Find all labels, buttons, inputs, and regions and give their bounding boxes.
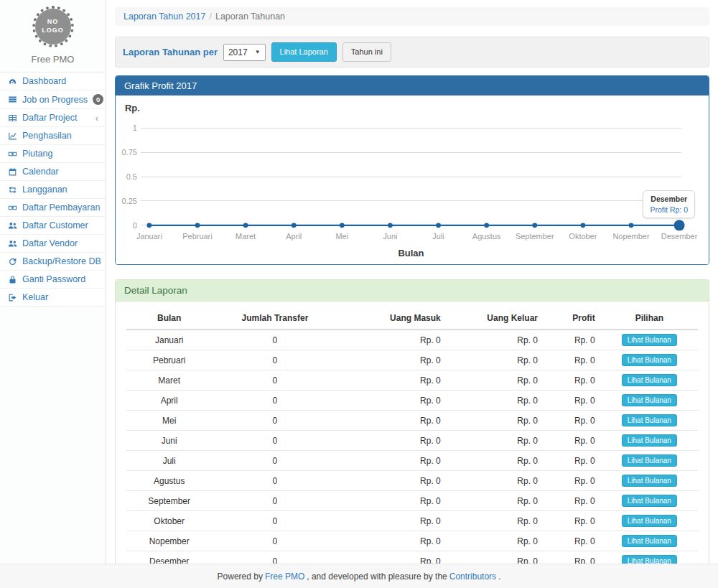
month-cell: Oktober <box>126 511 212 531</box>
refresh-icon <box>7 257 17 266</box>
sidebar-item-label: Piutang <box>22 149 52 159</box>
lihat-bulanan-button[interactable]: Lihat Bulanan <box>622 434 677 447</box>
sidebar-menu: DashboardJob on Progress0Daftar Project‹… <box>0 72 106 307</box>
data-point-nopember[interactable] <box>629 223 634 228</box>
sidebar-item-ganti-password[interactable]: Ganti Password <box>0 271 106 289</box>
brand-name: Free PMO <box>0 54 106 65</box>
data-point-agustus[interactable] <box>484 223 489 228</box>
sidebar-item-label: Calendar <box>22 167 59 177</box>
y-tick-label: 0.75 <box>122 148 137 157</box>
tasks-icon <box>7 95 17 104</box>
detail-table-wrap: BulanJumlah TransferUang MasukUang Kelua… <box>116 302 709 588</box>
sidebar-item-penghasilan[interactable]: Penghasilan <box>0 127 106 145</box>
lihat-bulanan-button[interactable]: Lihat Bulanan <box>622 334 677 346</box>
month-cell: Pebruari <box>126 350 212 370</box>
sidebar-item-daftar-vendor[interactable]: Daftar Vendor <box>0 235 106 253</box>
lihat-bulanan-button[interactable]: Lihat Bulanan <box>622 515 677 527</box>
uang-keluar-cell: Rp. 0 <box>447 391 544 411</box>
sidebar-item-daftar-project[interactable]: Daftar Project‹ <box>0 109 106 127</box>
y-tick-label: 0.5 <box>126 172 137 181</box>
sidebar-item-job-on-progress[interactable]: Job on Progress0 <box>0 90 106 109</box>
transfer-cell: 0 <box>212 451 337 471</box>
uang-masuk-cell: Rp. 0 <box>338 471 447 491</box>
x-tick-label: Desember <box>661 232 698 241</box>
sidebar-item-label: Daftar Project <box>22 113 77 123</box>
uang-keluar-cell: Rp. 0 <box>447 431 544 451</box>
year-select[interactable]: 2017 ▼ <box>223 44 266 61</box>
column-header-uang-keluar: Uang Keluar <box>447 307 544 330</box>
lihat-bulanan-button[interactable]: Lihat Bulanan <box>622 454 677 467</box>
users-icon <box>7 239 17 248</box>
transfer-cell: 0 <box>212 511 337 531</box>
profit-cell: Rp. 0 <box>544 330 601 350</box>
line-chart-icon <box>7 131 17 141</box>
pilihan-cell: Lihat Bulanan <box>601 411 698 431</box>
chart-panel-title: Grafik Profit 2017 <box>116 76 709 95</box>
breadcrumb-link-laporan-tahun[interactable]: Laporan Tahun 2017 <box>123 11 205 22</box>
uang-masuk-cell: Rp. 0 <box>338 330 447 350</box>
data-point-desember[interactable] <box>674 220 685 231</box>
column-header-pilihan: Pilihan <box>601 307 698 330</box>
profit-cell: Rp. 0 <box>544 491 601 511</box>
money-icon <box>7 149 17 159</box>
lihat-bulanan-button[interactable]: Lihat Bulanan <box>622 414 677 426</box>
lihat-bulanan-button[interactable]: Lihat Bulanan <box>622 495 677 507</box>
lihat-laporan-button[interactable]: Lihat Laporan <box>271 42 337 62</box>
x-tick-label: Juni <box>383 232 397 241</box>
sidebar-item-label: Dashboard <box>22 76 66 86</box>
uang-keluar-cell: Rp. 0 <box>447 370 544 391</box>
data-point-mei[interactable] <box>340 223 345 228</box>
lihat-bulanan-button[interactable]: Lihat Bulanan <box>622 535 677 547</box>
count-badge: 0 <box>93 94 103 105</box>
x-tick-label: April <box>286 232 302 241</box>
pilihan-cell: Lihat Bulanan <box>601 531 698 551</box>
sidebar-item-label: Job on Progress <box>22 95 88 105</box>
transfer-cell: 0 <box>212 350 337 370</box>
data-point-april[interactable] <box>292 223 297 228</box>
transfer-cell: 0 <box>212 411 337 431</box>
y-tick-label: 0 <box>133 221 137 230</box>
column-header-uang-masuk: Uang Masuk <box>338 307 447 330</box>
detail-panel-title: Detail Laporan <box>116 280 709 302</box>
tahun-ini-button[interactable]: Tahun ini <box>342 42 391 62</box>
lihat-bulanan-button[interactable]: Lihat Bulanan <box>622 354 677 366</box>
sidebar-item-label: Penghasilan <box>22 131 72 141</box>
sign-out-icon <box>7 293 17 302</box>
sidebar-item-keluar[interactable]: Keluar <box>0 289 106 307</box>
lihat-bulanan-button[interactable]: Lihat Bulanan <box>622 475 677 487</box>
data-point-juni[interactable] <box>388 223 393 228</box>
profit-cell: Rp. 0 <box>544 531 601 551</box>
uang-keluar-cell: Rp. 0 <box>447 491 544 511</box>
sidebar-item-piutang[interactable]: Piutang <box>0 145 106 163</box>
sidebar-item-calendar[interactable]: Calendar <box>0 163 106 181</box>
x-tick-label: Oktober <box>569 232 597 241</box>
free-pmo-link[interactable]: Free PMO <box>265 571 304 582</box>
data-point-oktober[interactable] <box>580 223 585 228</box>
profit-cell: Rp. 0 <box>544 350 601 370</box>
uang-keluar-cell: Rp. 0 <box>447 330 544 350</box>
contributors-link[interactable]: Contributors <box>449 571 496 582</box>
money-icon <box>7 203 17 213</box>
sidebar-item-daftar-customer[interactable]: Daftar Customer <box>0 217 106 235</box>
data-point-maret[interactable] <box>243 223 248 228</box>
table-row-juli: Juli0Rp. 0Rp. 0Rp. 0Lihat Bulanan <box>126 451 698 471</box>
footer-text-prefix: Powered by <box>218 571 263 582</box>
lihat-bulanan-button[interactable]: Lihat Bulanan <box>622 374 677 386</box>
chart-tooltip: Desember Profit Rp: 0 <box>643 190 695 218</box>
table-row-januari: Januari0Rp. 0Rp. 0Rp. 0Lihat Bulanan <box>126 330 698 350</box>
sidebar-item-dashboard[interactable]: Dashboard <box>0 73 106 90</box>
data-point-september[interactable] <box>532 223 537 228</box>
profit-cell: Rp. 0 <box>544 370 601 391</box>
x-axis-title: Bulan <box>398 248 424 258</box>
sidebar: NO LOGO Free PMO DashboardJob on Progres… <box>0 0 106 564</box>
month-cell: Nopember <box>126 531 212 551</box>
data-point-pebruari[interactable] <box>195 223 200 228</box>
data-point-januari[interactable] <box>146 223 151 228</box>
sidebar-item-daftar-pembayaran[interactable]: Daftar Pembayaran <box>0 199 106 217</box>
sidebar-item-backup-restore-db[interactable]: Backup/Restore DB <box>0 253 106 271</box>
lihat-bulanan-button[interactable]: Lihat Bulanan <box>622 394 677 406</box>
dashboard-icon <box>7 77 17 86</box>
x-tick-label: Pebruari <box>182 232 212 241</box>
sidebar-item-langganan[interactable]: Langganan <box>0 181 106 199</box>
data-point-juli[interactable] <box>436 223 441 228</box>
